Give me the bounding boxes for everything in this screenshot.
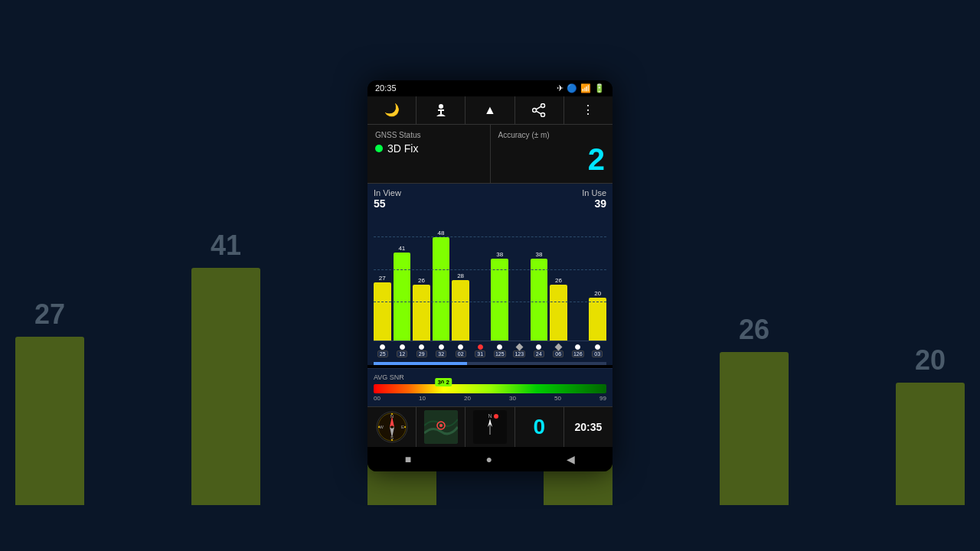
in-use-section: In Use 39 <box>582 188 606 210</box>
chart-bar <box>452 280 469 340</box>
svg-line-7 <box>537 111 541 114</box>
more-button[interactable]: ⋮ <box>564 96 612 124</box>
accuracy-label: Accuracy (± m) <box>498 131 606 139</box>
sat-id-item: 12 <box>394 344 412 357</box>
map-icon <box>424 410 458 444</box>
time-nav-item[interactable]: 20:35 <box>564 407 612 447</box>
sat-id-diamond <box>515 343 523 350</box>
bg-bar-group: 41 <box>191 230 260 505</box>
sat-id-dot <box>458 344 463 350</box>
night-mode-button[interactable]: 🌙 <box>368 96 416 124</box>
svg-point-0 <box>439 104 443 109</box>
svg-point-17 <box>404 426 406 428</box>
status-bar: 20:35 ✈ 🔵 📶 🔋 <box>368 80 612 96</box>
snr-panel: AVG SNR 30.2 00 10 20 30 50 99 <box>368 368 612 406</box>
gnss-status-card: GNSS Status 3D Fix <box>368 125 491 183</box>
svg-line-6 <box>537 106 541 109</box>
wifi-icon: 📶 <box>580 83 591 93</box>
bg-bar-group: 26 <box>720 314 789 505</box>
chart-bar-value: 26 <box>418 277 425 284</box>
in-view-section: In View 55 <box>374 188 401 210</box>
sat-id-item: 125 <box>491 344 509 357</box>
share-button[interactable] <box>515 96 564 124</box>
toolbar: 🌙 ▲ ⋮ <box>368 96 612 125</box>
sat-id-diamond <box>554 343 562 350</box>
compass-nav-item[interactable]: N S W E <box>368 407 416 447</box>
chart-bar-value: 38 <box>496 251 503 258</box>
chart-bar-group: 26 <box>413 277 430 341</box>
snr-gauge: 30.2 <box>374 384 606 393</box>
share-icon <box>532 103 546 117</box>
sat-id-item: 123 <box>511 344 529 357</box>
chart-bar <box>433 237 450 340</box>
chart-bar <box>550 285 567 341</box>
sat-id-item: 31 <box>472 344 490 357</box>
accuracy-card: Accuracy (± m) 2 <box>491 125 613 183</box>
sat-id-dot <box>575 344 580 350</box>
home-button[interactable]: ● <box>485 453 492 465</box>
svg-point-5 <box>541 112 545 116</box>
chart-bar-value: 20 <box>594 290 601 297</box>
back-button[interactable]: ◀ <box>567 453 575 465</box>
sat-id-label: 24 <box>534 350 544 357</box>
sat-id-dot <box>400 344 405 350</box>
sat-id-label: 125 <box>494 350 506 357</box>
satellite-ids: 251229320231125123240612603 <box>374 341 606 360</box>
bottom-nav: N S W E <box>368 406 612 447</box>
satellite-count: 0 <box>533 415 545 439</box>
square-button[interactable]: ■ <box>405 453 411 465</box>
chart-bar <box>374 282 391 341</box>
status-icons: ✈ 🔵 📶 🔋 <box>557 83 605 93</box>
location-nav-item[interactable]: N <box>466 407 514 447</box>
in-view-label: In View <box>374 188 401 197</box>
chart-bar-value: 26 <box>555 277 562 284</box>
sat-id-label: 12 <box>397 350 407 357</box>
chart-bar-value: 27 <box>379 275 386 282</box>
svg-text:E: E <box>401 425 404 429</box>
chart-bar-group: 48 <box>433 230 450 340</box>
snr-label: AVG SNR <box>374 373 606 381</box>
direction-icon: N <box>473 410 507 444</box>
satellite-header: In View 55 In Use 39 <box>374 188 606 210</box>
sat-id-label: 31 <box>475 350 485 357</box>
info-cards: GNSS Status 3D Fix Accuracy (± m) 2 <box>368 125 612 184</box>
chart-bar-value: 48 <box>438 230 445 236</box>
gnss-label: GNSS Status <box>375 131 482 139</box>
person-icon <box>433 103 449 118</box>
count-nav-item[interactable]: 0 <box>515 407 564 447</box>
compass-icon: N S W E <box>375 410 409 444</box>
sat-id-dot <box>595 344 600 350</box>
in-use-value: 39 <box>582 197 606 210</box>
chart-bar-group: 27 <box>374 275 391 341</box>
sat-id-item: 24 <box>530 344 548 357</box>
navigate-button[interactable]: ▲ <box>466 96 514 124</box>
in-use-label: In Use <box>582 188 606 197</box>
svg-point-27 <box>494 414 498 419</box>
snr-bar <box>374 384 606 393</box>
sat-id-item: 02 <box>452 344 470 357</box>
bg-bar-group: 20 <box>896 344 965 505</box>
in-view-value: 55 <box>374 197 401 210</box>
status-time: 20:35 <box>375 83 397 93</box>
chart-bar-group: 38 <box>491 251 508 340</box>
sat-id-item: 32 <box>433 344 451 357</box>
map-nav-item[interactable] <box>416 407 466 447</box>
sat-id-label: 123 <box>513 350 525 357</box>
gnss-dot <box>375 145 383 152</box>
chart-bar-value: 38 <box>535 251 542 258</box>
svg-point-22 <box>439 424 443 427</box>
chart-bar <box>394 253 411 341</box>
system-nav: ■ ● ◀ <box>368 447 612 471</box>
chart-bar <box>531 259 548 340</box>
sat-id-label: 29 <box>416 350 427 357</box>
chart-bar-group: 26 <box>550 277 567 341</box>
phone-container: 20:35 ✈ 🔵 📶 🔋 🌙 ▲ <box>368 80 612 471</box>
sat-id-label: 126 <box>572 350 584 357</box>
sat-id-label: 02 <box>456 350 466 357</box>
chart-bar <box>413 285 430 341</box>
satellite-view-button[interactable] <box>416 96 466 124</box>
bluetooth-icon: 🔵 <box>567 83 577 93</box>
chart-bar <box>491 259 508 340</box>
progress-bar <box>374 362 606 365</box>
sat-id-dot <box>478 344 483 350</box>
